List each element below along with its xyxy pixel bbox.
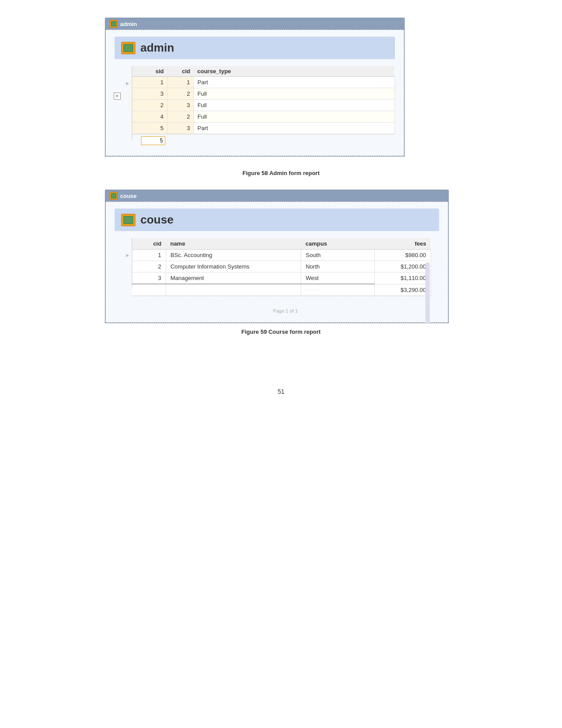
course-figure-caption: Figure 59 Course form report: [105, 329, 458, 335]
admin-type-4: Full: [194, 111, 395, 123]
course-partial-row: · · · ·: [132, 296, 431, 306]
admin-type-5: Part: [194, 123, 395, 134]
page-indicator: Page 1 of 1: [115, 308, 439, 314]
admin-row-1: 1 1 Part: [132, 77, 395, 88]
admin-new-row: [132, 134, 395, 147]
course-name-2: Computer Information Systems: [166, 261, 301, 273]
admin-cid-3: 3: [167, 100, 194, 111]
admin-new-sid-input[interactable]: [141, 136, 165, 145]
admin-sid-3: 2: [132, 100, 167, 111]
admin-col-course-type: course_type: [194, 66, 395, 77]
admin-type-2: Full: [194, 88, 395, 100]
admin-type-1: Part: [194, 77, 395, 88]
admin-form-container: admin + ▶: [105, 30, 404, 156]
page-number: 51: [105, 388, 458, 395]
scroll-bar[interactable]: [425, 262, 430, 324]
course-fees-3: $1,110.00: [374, 273, 431, 284]
admin-col-cid: cid: [167, 66, 194, 77]
course-form-icon: [121, 214, 135, 226]
row-markers: ▶: [123, 66, 132, 147]
admin-row-2: 3 2 Full: [132, 88, 395, 100]
admin-sid-5: 5: [132, 123, 167, 134]
admin-form-title: admin: [141, 41, 175, 55]
course-col-fees: fees: [374, 238, 431, 250]
course-total-empty-1: [132, 284, 166, 295]
course-title-icon: [110, 192, 118, 200]
admin-sid-2: 3: [132, 88, 167, 100]
admin-row-3: 2 3 Full: [132, 100, 395, 111]
course-fees-1: $980.00: [374, 250, 431, 261]
admin-figure-caption: Figure 58 Admin form report: [105, 170, 458, 176]
course-row-2: 2 Computer Information Systems North $1,…: [132, 261, 431, 273]
admin-sid-1: 1: [132, 77, 167, 88]
course-row-3: 3 Management West $1,110.00: [132, 273, 431, 284]
course-col-campus: campus: [301, 238, 374, 250]
course-table: cid name campus fees 1 BSc. Accounting: [132, 238, 431, 296]
course-campus-3: West: [301, 273, 374, 284]
course-cid-3: 3: [132, 273, 166, 284]
admin-type-3: Full: [194, 100, 395, 111]
admin-window: admin admin + ▶: [105, 18, 405, 157]
course-col-cid: cid: [132, 238, 166, 250]
course-cid-1: 1: [132, 250, 166, 261]
course-row-1: 1 BSc. Accounting South $980.00: [132, 250, 431, 261]
course-col-name: name: [166, 238, 301, 250]
admin-form-header: admin: [115, 37, 395, 59]
admin-row-4: 4 2 Full: [132, 111, 395, 123]
admin-table: sid cid course_type 1 1 Part: [132, 66, 395, 134]
admin-titlebar: admin: [105, 18, 404, 30]
admin-form-icon: [121, 42, 135, 54]
admin-cid-4: 2: [167, 111, 194, 123]
course-name-1: BSc. Accounting: [166, 250, 301, 261]
course-window-title: couse: [120, 193, 137, 199]
admin-window-title: admin: [120, 21, 137, 27]
admin-cid-1: 1: [167, 77, 194, 88]
course-total-fees: $3,290.00: [374, 284, 431, 295]
course-cid-2: 2: [132, 261, 166, 273]
course-form-header: couse: [115, 209, 439, 231]
admin-cid-5: 3: [167, 123, 194, 134]
admin-cid-2: 2: [167, 88, 194, 100]
course-name-3: Management: [166, 273, 301, 284]
admin-title-icon: [110, 20, 118, 28]
course-titlebar: couse: [105, 190, 448, 202]
admin-row-5: 5 3 Part: [132, 123, 395, 134]
course-campus-2: North: [301, 261, 374, 273]
course-fees-2: $1,200.00: [374, 261, 431, 273]
course-window: couse couse ▶: [105, 190, 449, 323]
course-total-empty-3: · · · · · ·: [301, 284, 374, 295]
admin-sid-4: 4: [132, 111, 167, 123]
course-form-title: couse: [141, 213, 174, 227]
admin-col-sid: sid: [132, 66, 167, 77]
course-total-empty-2: [166, 284, 301, 295]
course-total-row: · · · · · · $3,290.00: [132, 284, 431, 295]
expand-icon[interactable]: +: [114, 93, 121, 100]
course-row-markers: ▶: [123, 238, 132, 306]
course-form-container: couse ▶ cid: [105, 202, 448, 323]
course-campus-1: South: [301, 250, 374, 261]
